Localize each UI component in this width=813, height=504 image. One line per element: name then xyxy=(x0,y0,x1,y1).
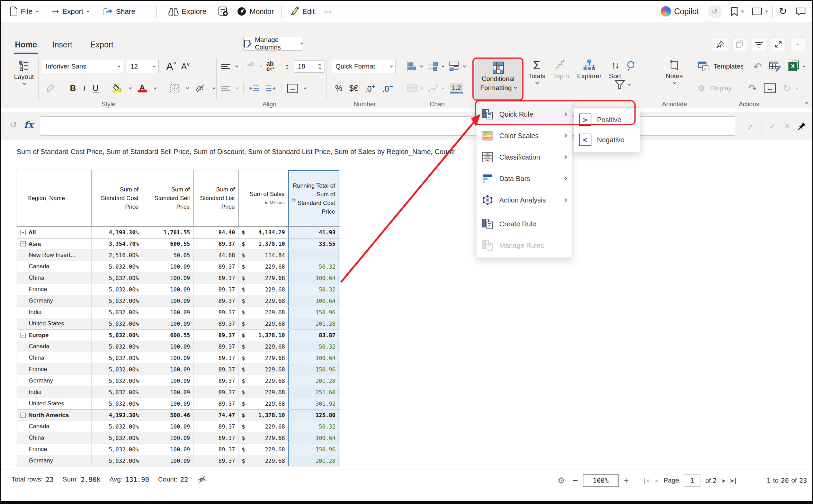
chevron-down-icon[interactable] xyxy=(420,86,423,89)
running-total-cell[interactable]: 201.28 xyxy=(288,375,339,386)
export-menu[interactable]: ↦ Export xyxy=(52,7,89,16)
zoom-out-button[interactable]: − xyxy=(573,475,578,486)
last-page-button[interactable]: >| xyxy=(730,477,738,484)
sell-cell[interactable]: 100.09 xyxy=(142,352,194,363)
copilot-button[interactable]: Copilot xyxy=(661,6,699,17)
decrease-font-button[interactable]: Av xyxy=(181,62,189,71)
ribbon-more-button[interactable]: ··· xyxy=(790,37,805,51)
menu-item-color-scales[interactable]: Color Scales xyxy=(476,125,572,146)
cost-cell[interactable]: 5,032.00% xyxy=(92,432,142,443)
sell-cell[interactable]: 100.09 xyxy=(142,432,194,443)
collapse-icon[interactable]: − xyxy=(20,241,26,246)
edit-button[interactable]: Edit xyxy=(290,7,315,16)
reset-button[interactable]: ↺ xyxy=(708,4,722,18)
commit-icon[interactable]: ✓ xyxy=(769,121,777,132)
chevron-down-icon[interactable] xyxy=(236,86,239,89)
list-price-cell[interactable]: 89.37 xyxy=(194,455,239,466)
wrap-text-button[interactable]: abc↵ xyxy=(266,61,275,72)
hierarchy-chart-button[interactable] xyxy=(428,61,439,72)
sell-cell[interactable]: 100.09 xyxy=(142,364,194,375)
region-cell[interactable]: China xyxy=(17,352,92,363)
row-height-spinner[interactable] xyxy=(319,64,321,69)
sales-cell[interactable]: $229.68 xyxy=(239,272,288,284)
table-row[interactable]: Germany5,032.00%100.0989.37$229.68100.64 xyxy=(17,295,340,307)
sell-cell[interactable]: 100.09 xyxy=(142,261,194,272)
refresh-data-icon[interactable]: ↻ xyxy=(783,83,791,94)
table-row[interactable]: India5,032.00%100.0989.37$229.68150.96 xyxy=(17,307,340,318)
sales-cell[interactable]: $229.68 xyxy=(239,398,288,409)
region-cell[interactable]: France xyxy=(17,364,92,375)
notes-button[interactable]: Notes xyxy=(661,59,688,84)
chevron-down-icon[interactable] xyxy=(186,86,189,89)
chevron-down-icon[interactable] xyxy=(304,86,306,89)
fill-color-button[interactable] xyxy=(113,84,122,92)
running-total-cell[interactable]: 301.92 xyxy=(288,398,339,409)
running-total-cell[interactable]: 50.32 xyxy=(288,341,339,352)
cost-cell[interactable]: 4,193.30% xyxy=(92,410,142,421)
next-page-button[interactable]: > xyxy=(722,477,725,484)
region-cell[interactable]: Canada xyxy=(17,421,92,432)
column-header-sales[interactable]: Sum of Sales in Millions xyxy=(239,170,288,226)
table-row[interactable]: United States5,032.00%100.0989.37$229.68… xyxy=(17,318,340,330)
region-cell[interactable]: −North America xyxy=(17,410,92,421)
comment-button[interactable] xyxy=(796,7,806,16)
decimal-places-badge[interactable]: 1.2 xyxy=(450,83,463,93)
cost-cell[interactable]: 5,032.00% xyxy=(92,364,142,375)
cost-cell[interactable]: 5,032.00% xyxy=(92,318,142,329)
list-price-cell[interactable]: 89.37 xyxy=(194,318,239,329)
sell-cell[interactable]: 100.09 xyxy=(142,387,194,398)
running-total-cell[interactable]: 50.32 xyxy=(288,261,339,272)
submenu-item-positive[interactable]: > Positive xyxy=(574,110,640,130)
sell-cell[interactable]: 50.05 xyxy=(142,250,194,261)
cost-cell[interactable]: 5,032.00% xyxy=(92,330,142,341)
table-row[interactable]: New Row Insert…2,516.00%50.0544.68$114.8… xyxy=(17,250,340,261)
fit-width-button[interactable]: ↔ xyxy=(764,83,776,93)
running-total-cell[interactable]: 33.55 xyxy=(288,238,339,249)
sales-cell[interactable]: $229.68 xyxy=(239,341,288,352)
region-cell[interactable]: −All xyxy=(17,227,92,238)
clear-format-button[interactable] xyxy=(195,84,205,93)
table-row[interactable]: Germany5,032.00%100.0989.37$229.68201.28 xyxy=(17,455,340,467)
chevron-down-icon[interactable] xyxy=(441,86,444,89)
sell-cell[interactable]: 600.55 xyxy=(142,238,194,249)
collapse-icon[interactable]: − xyxy=(20,333,26,338)
region-cell[interactable]: China xyxy=(17,272,92,284)
expand-formula-icon[interactable]: ↔ xyxy=(743,120,756,133)
table-row[interactable]: India5,032.00%100.0989.37$229.68251.60 xyxy=(17,387,340,398)
pin-formula-icon[interactable] xyxy=(797,122,806,130)
formula-undo-icon[interactable]: ↺ xyxy=(10,120,17,130)
list-price-cell[interactable]: 89.37 xyxy=(194,387,239,398)
sales-cell[interactable]: $229.68 xyxy=(239,352,288,363)
quick-format-select[interactable]: Quick Format xyxy=(332,60,396,73)
region-cell[interactable]: New Row Insert… xyxy=(17,250,92,261)
collapse-icon[interactable]: − xyxy=(20,413,26,418)
running-total-cell[interactable] xyxy=(288,250,339,261)
cost-cell[interactable]: 5,032.00% xyxy=(92,272,142,284)
sales-cell[interactable]: $229.68 xyxy=(239,364,288,375)
display-gear-icon[interactable]: ⚙ xyxy=(698,83,705,93)
row-height-input[interactable]: 18 xyxy=(294,60,324,73)
first-page-button[interactable]: |< xyxy=(643,477,650,484)
running-total-cell[interactable]: 125.80 xyxy=(288,410,339,421)
cost-cell[interactable]: 2,516.00% xyxy=(92,250,142,261)
list-price-cell[interactable]: 89.37 xyxy=(194,238,239,249)
region-cell[interactable]: Germany xyxy=(17,295,92,306)
table-row[interactable]: China5,032.00%100.0989.37$229.68100.64 xyxy=(17,272,340,284)
table-row[interactable]: −All4,193.30%1,701.5584.40$4,134.2941.93 xyxy=(17,227,340,238)
file-menu[interactable]: File xyxy=(10,7,38,16)
horizontal-align-icon[interactable] xyxy=(221,63,230,70)
sell-cell[interactable]: 600.55 xyxy=(142,330,194,341)
submenu-item-negative[interactable]: < Negative xyxy=(574,130,640,150)
format-painter-icon[interactable] xyxy=(46,83,56,93)
table-row[interactable]: France-5,032.00%100.0989.37$229.6850.32 xyxy=(17,284,340,295)
sell-cell[interactable]: 500.46 xyxy=(142,410,194,421)
cost-cell[interactable]: 5,032.00% xyxy=(92,341,142,352)
sell-cell[interactable]: 100.09 xyxy=(142,341,194,352)
chevron-down-icon[interactable] xyxy=(441,64,444,67)
running-total-cell[interactable]: 251.60 xyxy=(288,387,339,398)
menu-item-manage-rules[interactable]: Manage Rules xyxy=(476,235,572,256)
list-price-cell[interactable]: 89.37 xyxy=(194,421,239,432)
table-view-button[interactable] xyxy=(407,84,417,92)
sell-cell[interactable]: 100.09 xyxy=(142,444,194,455)
running-total-cell[interactable]: 150.96 xyxy=(288,307,339,318)
